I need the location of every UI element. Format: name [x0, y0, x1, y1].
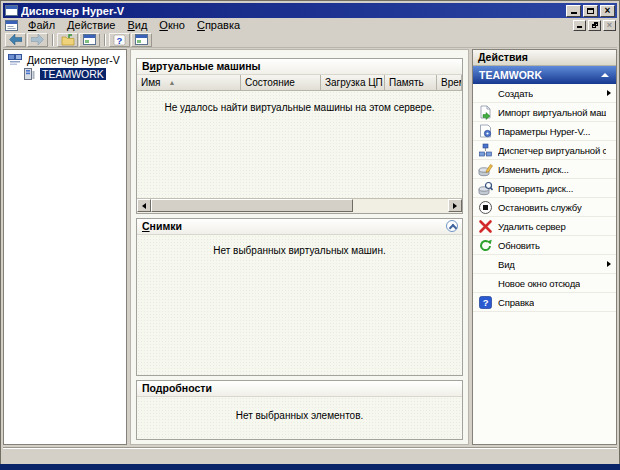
column-header-uptime[interactable]: Время работы [437, 75, 462, 91]
mdi-close-button[interactable]: × [603, 20, 616, 31]
action-remove-server[interactable]: Удалить сервер [473, 217, 616, 236]
import-vm-icon [477, 105, 493, 120]
menu-window[interactable]: Окно [153, 19, 191, 32]
back-button[interactable] [5, 33, 26, 47]
mdi-restore-button[interactable] [588, 20, 601, 31]
action-edit-disk[interactable]: Изменить диск... [473, 160, 616, 179]
actions-group-header[interactable]: TEAMWORK [473, 66, 616, 84]
virtual-machines-section: Виртуальные машины Имя▲ Состояние Загруз… [136, 58, 463, 214]
menu-view[interactable]: Вид [121, 19, 153, 32]
action-import-vm[interactable]: Импорт виртуальной машины... [473, 103, 616, 122]
submenu-arrow-icon [607, 90, 611, 96]
menu-action[interactable]: Действие [61, 19, 121, 32]
tree-server-label: TEAMWORK [40, 68, 106, 80]
left-arrow-icon [142, 203, 146, 209]
submenu-arrow-icon [607, 261, 611, 267]
svg-text:?: ? [482, 297, 488, 308]
sort-arrow-icon: ▲ [168, 79, 175, 86]
minimize-button[interactable] [566, 5, 581, 17]
status-bar [3, 447, 617, 464]
window-bottom-border [0, 464, 620, 470]
blank-icon [477, 276, 493, 291]
action-hyperv-settings[interactable]: Параметры Hyper-V... [473, 122, 616, 141]
toolbar-separator [52, 34, 54, 46]
close-button[interactable]: × [600, 5, 615, 17]
scroll-left-button[interactable] [137, 199, 151, 212]
refresh-icon [477, 238, 493, 253]
back-arrow-icon [9, 34, 22, 45]
mdi-minimize-button[interactable] [573, 20, 586, 31]
action-stop-service[interactable]: Остановить службу [473, 198, 616, 217]
column-header-state[interactable]: Состояние [241, 75, 321, 91]
window-title: Диспетчер Hyper-V [21, 5, 566, 17]
action-create[interactable]: Создать [473, 84, 616, 103]
collapse-group-icon [601, 73, 609, 77]
action-view[interactable]: Вид [473, 255, 616, 274]
right-arrow-icon [453, 203, 457, 209]
export-list-button[interactable] [57, 33, 78, 47]
restore-icon [592, 22, 598, 28]
svg-text:?: ? [117, 34, 123, 45]
mdi-window-controls: × [573, 20, 616, 31]
maximize-button[interactable] [583, 5, 598, 17]
snapshots-empty-message: Нет выбранных виртуальных машин. [137, 235, 462, 256]
actions-pane: Действия TEAMWORK Создать Импорт виртуал… [472, 49, 617, 445]
stop-service-icon [477, 200, 493, 215]
edit-disk-icon [477, 162, 493, 177]
close-icon: × [605, 6, 611, 15]
scrollbar-thumb[interactable] [151, 199, 353, 212]
console-tree: Диспетчер Hyper-V TEAMWORK [3, 49, 127, 445]
tree-root-label: Диспетчер Hyper-V [25, 54, 122, 66]
actions-pane-title: Действия [473, 50, 616, 66]
vm-list-body: Не удалось найти виртуальные машины на э… [137, 91, 462, 198]
menu-file[interactable]: Файл [22, 19, 61, 32]
remove-server-icon [477, 219, 493, 234]
collapse-section-button[interactable] [446, 220, 458, 232]
column-header-memory[interactable]: Память [385, 75, 437, 91]
blank-icon [477, 257, 493, 272]
inspect-disk-icon [477, 181, 493, 196]
vm-empty-message: Не удалось найти виртуальные машины на э… [137, 91, 462, 113]
action-new-window[interactable]: Новое окно отсюда [473, 274, 616, 293]
details-empty-message: Нет выбранных элементов. [137, 397, 462, 421]
column-header-cpu[interactable]: Загрузка ЦП [321, 75, 385, 91]
tree-item-server-teamwork[interactable]: TEAMWORK [4, 67, 126, 81]
virtual-network-icon [477, 143, 493, 158]
toolbar-separator [104, 34, 106, 46]
minimize-icon [577, 26, 582, 28]
details-section: Подробности Нет выбранных элементов. [136, 380, 463, 440]
new-window-button[interactable] [131, 33, 152, 47]
details-header: Подробности [137, 381, 462, 397]
help-button[interactable]: ? [109, 33, 130, 47]
app-window-icon [5, 5, 18, 16]
action-virtual-network-manager[interactable]: Диспетчер виртуальной сети... [473, 141, 616, 160]
scroll-right-button[interactable] [448, 199, 462, 212]
column-header-name[interactable]: Имя▲ [137, 75, 241, 91]
console-child-icon [5, 20, 18, 31]
results-pane: Виртуальные машины Имя▲ Состояние Загруз… [130, 49, 469, 445]
hyperv-settings-icon [477, 124, 493, 139]
hyperv-manager-window: Диспетчер Hyper-V × Файл Действие Вид Ок… [0, 0, 620, 470]
action-refresh[interactable]: Обновить [473, 236, 616, 255]
console-window-icon [83, 34, 96, 45]
show-console-tree-button[interactable] [79, 33, 100, 47]
details-body: Нет выбранных элементов. [137, 397, 462, 439]
title-bar: Диспетчер Hyper-V × [3, 3, 617, 18]
toolbar: ? [3, 32, 617, 48]
help-icon: ? [113, 34, 126, 46]
tree-item-hyperv-root[interactable]: Диспетчер Hyper-V [4, 53, 126, 67]
window-controls: × [566, 5, 615, 17]
hyperv-manager-icon [8, 54, 22, 66]
actions-list: TEAMWORK Создать Импорт виртуальной маши… [473, 66, 616, 444]
menu-help[interactable]: Справка [191, 19, 246, 32]
action-help[interactable]: ? Справка [473, 293, 616, 312]
main-area: Диспетчер Hyper-V TEAMWORK Виртуальные м… [3, 49, 617, 445]
menu-bar: Файл Действие Вид Окно Справка × [3, 18, 617, 32]
blank-icon [477, 86, 493, 101]
vm-horizontal-scrollbar[interactable] [137, 198, 462, 213]
close-icon: × [607, 21, 612, 29]
vm-table-header-row: Имя▲ Состояние Загрузка ЦП Память Время … [137, 75, 462, 91]
maximize-icon [587, 8, 594, 14]
action-inspect-disk[interactable]: Проверить диск... [473, 179, 616, 198]
forward-button[interactable] [27, 33, 48, 47]
